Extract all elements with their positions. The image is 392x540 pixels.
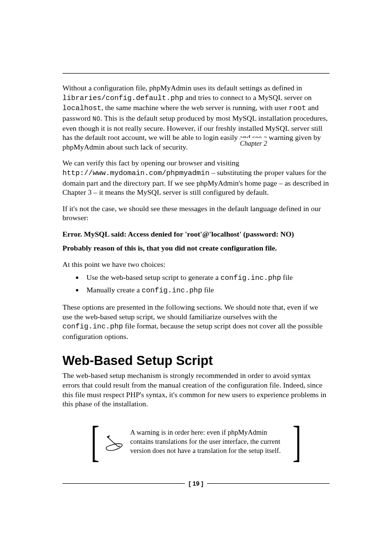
warning-callout: [ A warning is in order here: even if ph… — [88, 420, 304, 464]
footer-rule-right — [207, 483, 330, 484]
paragraph-6: The web-based setup mechanism is strongl… — [62, 371, 330, 408]
choice-list: Use the web-based setup script to genera… — [62, 273, 330, 296]
page-number: [ 19 ] — [189, 480, 203, 487]
inline-code: config.inc.php — [62, 323, 123, 331]
list-item-text: Manually create a — [86, 286, 142, 294]
page: Chapter 2 Without a configuration file, … — [0, 0, 392, 540]
chapter-label: Chapter 2 — [240, 138, 267, 148]
pen-note-icon — [104, 432, 124, 452]
paragraph-5: These options are presented in the follo… — [62, 302, 330, 341]
paragraph-4: At this point we have two choices: — [62, 260, 330, 269]
inline-code: config.inc.php — [142, 287, 202, 295]
list-item-text: file — [281, 273, 293, 281]
inline-code: localhost — [62, 104, 101, 113]
inline-code: http://www.mydomain.com/phpmyadmin — [62, 169, 209, 177]
paragraph-1: Without a configuration file, phpMyAdmin… — [62, 83, 330, 151]
page-header: Chapter 2 — [62, 73, 330, 74]
left-bracket-icon: [ — [91, 420, 99, 464]
list-item-text: file — [202, 286, 214, 294]
paragraph-text: These options are presented in the follo… — [62, 303, 318, 321]
page-footer: [ 19 ] — [62, 480, 330, 487]
paragraph-text: . This is the default setup produced by … — [62, 114, 328, 151]
section-heading: Web-Based Setup Script — [62, 352, 330, 369]
list-item: Manually create a config.inc.php file — [84, 285, 330, 296]
error-line-1: Error. MySQL said: Access denied for 'ro… — [62, 229, 330, 239]
paragraph-text: and tries to connect to a MySQL server o… — [184, 93, 312, 101]
header-rule — [62, 73, 330, 74]
error-line-2: Probably reason of this is, that you did… — [62, 243, 330, 253]
paragraph-2: We can verify this fact by opening our b… — [62, 158, 330, 197]
inline-code: libraries/config.default.php — [62, 94, 184, 102]
paragraph-text: We can verify this fact by opening our b… — [62, 159, 239, 167]
callout-text: A warning is in order here: even if phpM… — [130, 428, 288, 455]
body-content: Without a configuration file, phpMyAdmin… — [62, 83, 330, 464]
paragraph-text: Without a configuration file, phpMyAdmin… — [62, 84, 302, 92]
paragraph-3: If it's not the case, we should see thes… — [62, 204, 330, 223]
list-item-text: Use the web-based setup script to genera… — [86, 273, 220, 281]
paragraph-text: , the same machine where the web server … — [101, 103, 289, 112]
inline-code: config.inc.php — [220, 274, 281, 282]
callout-content: A warning is in order here: even if phpM… — [102, 420, 290, 464]
footer-rule-left — [62, 483, 185, 484]
list-item: Use the web-based setup script to genera… — [84, 273, 330, 283]
inline-code: root — [289, 104, 306, 113]
inline-code: NO — [92, 115, 100, 123]
right-bracket-icon: ] — [293, 420, 301, 464]
